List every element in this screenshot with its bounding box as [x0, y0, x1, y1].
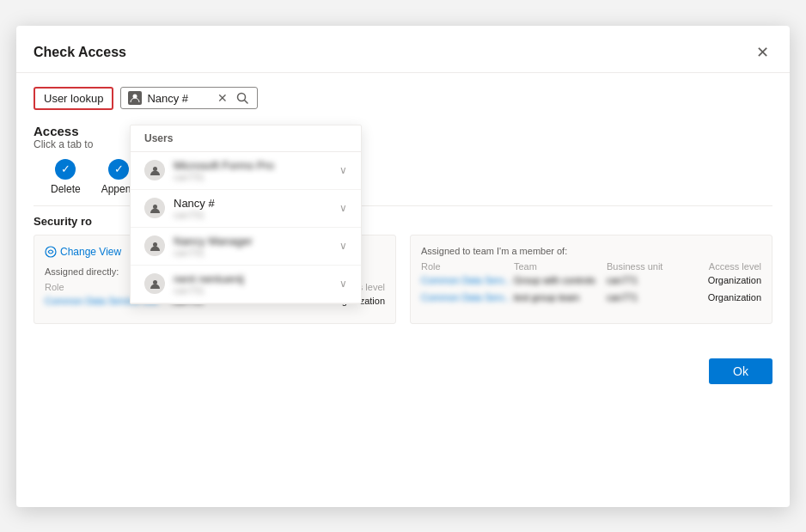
- dropdown-item-sub: can731: [174, 285, 339, 296]
- dropdown-item-content: Nancy Manager can731: [174, 235, 339, 258]
- team-bu-value-2: can771: [607, 292, 699, 303]
- team-role-value-2[interactable]: Common Data Serv...: [421, 292, 514, 303]
- dropdown-item[interactable]: Microsoft Forms Pro can731 ∨: [131, 152, 361, 190]
- chevron-down-icon: ∨: [339, 278, 347, 290]
- lookup-clear-button[interactable]: ✕: [216, 91, 229, 105]
- user-avatar-icon: [144, 273, 165, 294]
- user-lookup-row: User lookup Nancy # ✕: [34, 87, 772, 110]
- team-table-row-2: Common Data Serv... test group team can7…: [421, 292, 761, 303]
- dropdown-item-content: Nancy # can731: [174, 197, 339, 220]
- dropdown-item-content: nent nentuenij can731: [174, 272, 339, 296]
- col-al-header: Access level: [699, 261, 761, 272]
- dropdown-item[interactable]: Nancy Manager can731 ∨: [131, 228, 361, 266]
- access-icon-delete[interactable]: ✓ Delete: [51, 159, 81, 195]
- dropdown-item-name: Nancy #: [174, 197, 339, 210]
- team-al-value-1: Organization: [699, 275, 761, 285]
- team-al-value-2: Organization: [699, 292, 761, 303]
- dialog-footer: Ok: [16, 348, 790, 398]
- chevron-down-icon: ∨: [339, 240, 347, 252]
- user-avatar-icon: [144, 198, 165, 218]
- team-team-value-2: test group team: [514, 292, 607, 303]
- ok-button[interactable]: Ok: [709, 358, 772, 384]
- svg-point-6: [153, 280, 157, 284]
- svg-line-2: [245, 101, 248, 104]
- check-access-dialog: Check Access ✕ User lookup Nancy # ✕: [16, 26, 790, 507]
- svg-point-7: [46, 247, 56, 257]
- dropdown-list: Microsoft Forms Pro can731 ∨: [131, 152, 361, 303]
- user-avatar-icon: [144, 160, 165, 180]
- col-bu-header: Business unit: [607, 261, 699, 272]
- lookup-input-box[interactable]: Nancy # ✕: [120, 87, 258, 109]
- dropdown-item-name: Microsoft Forms Pro: [174, 159, 339, 172]
- dropdown-item-sub: can731: [174, 248, 339, 258]
- team-bu-value-1: can771: [607, 275, 699, 285]
- team-assigned-label: Assigned to team I'm a member of:: [421, 246, 761, 256]
- access-label-delete: Delete: [51, 183, 81, 195]
- team-table-header: Role Team Business unit Access level: [421, 261, 761, 272]
- dropdown-item-name: Nancy Manager: [174, 235, 339, 248]
- dialog-body: User lookup Nancy # ✕: [16, 73, 790, 348]
- user-lookup-label: User lookup: [34, 87, 113, 110]
- team-panel: Assigned to team I'm a member of: Role T…: [410, 235, 772, 324]
- user-avatar-icon: [144, 235, 165, 256]
- dialog-header: Check Access ✕: [16, 26, 790, 73]
- chevron-down-icon: ∨: [339, 164, 347, 176]
- col-team-header: Team: [514, 261, 607, 272]
- close-button[interactable]: ✕: [753, 40, 772, 65]
- user-lookup-dropdown: Users Microsoft Forms Pro can731: [130, 125, 362, 304]
- svg-point-5: [153, 242, 157, 247]
- dropdown-item-sub: can731: [174, 210, 339, 220]
- dropdown-item-content: Microsoft Forms Pro can731: [174, 159, 339, 182]
- lookup-search-button[interactable]: [235, 92, 250, 104]
- dialog-title: Check Access: [34, 45, 126, 60]
- dropdown-item-name: nent nentuenij: [174, 272, 339, 285]
- change-view-label: Change View: [60, 246, 121, 258]
- lookup-input-value: Nancy #: [147, 92, 211, 105]
- team-table-row-1: Common Data Serv... Group with controls …: [421, 275, 761, 285]
- svg-point-4: [153, 205, 157, 209]
- svg-point-3: [153, 167, 157, 171]
- check-circle-icon: ✓: [108, 159, 129, 180]
- chevron-down-icon: ∨: [339, 202, 347, 214]
- dropdown-item-sub: can731: [174, 172, 339, 182]
- dropdown-item[interactable]: Nancy # can731 ∨: [131, 190, 361, 228]
- dropdown-header: Users: [131, 125, 361, 152]
- dropdown-item[interactable]: nent nentuenij can731 ∨: [131, 266, 361, 303]
- team-team-value-1: Group with controls: [514, 275, 607, 285]
- team-role-value-1[interactable]: Common Data Serv...: [421, 275, 514, 285]
- col-role-header: Role: [421, 261, 514, 272]
- user-icon: [128, 91, 142, 105]
- check-circle-icon: ✓: [55, 159, 76, 180]
- change-view-button[interactable]: Change View: [45, 246, 121, 258]
